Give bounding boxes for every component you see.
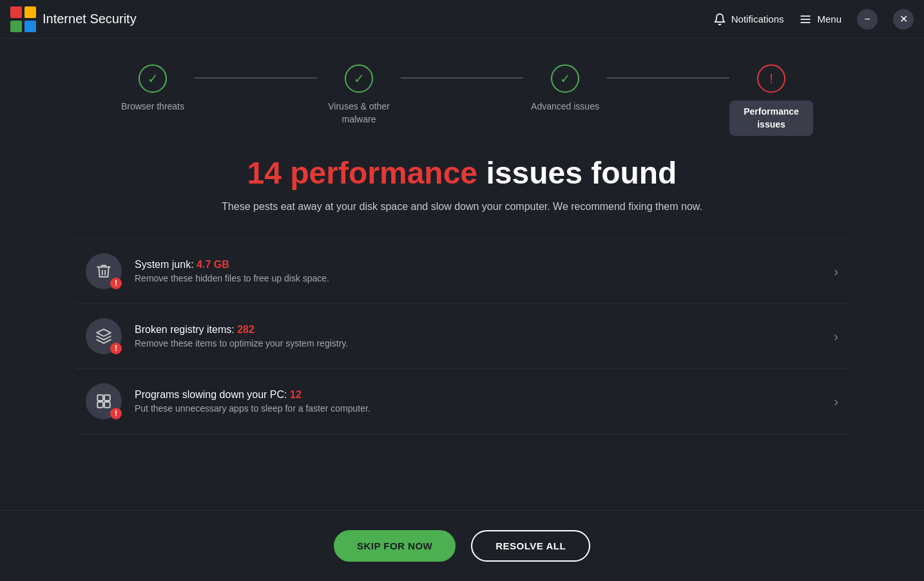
broken-registry-count: 282 <box>237 324 255 335</box>
skip-button[interactable]: SKIP FOR NOW <box>334 530 456 562</box>
issue-broken-registry[interactable]: ! Broken registry items: 282 Remove thes… <box>75 304 849 369</box>
notifications-label: Notifications <box>731 14 784 24</box>
step-1-label: Browser threats <box>111 100 195 113</box>
titlebar-controls: Notifications Menu − ✕ <box>713 9 914 30</box>
issues-list: ! System junk: 4.7 GB Remove these hidde… <box>75 238 849 434</box>
step-4-label: Performance issues <box>729 100 813 136</box>
menu-icon <box>799 13 812 26</box>
headline-red: 14 performance <box>247 156 478 190</box>
system-junk-prefix: System junk: <box>135 259 197 270</box>
titlebar: Internet Security Notifications Menu − ✕ <box>0 0 924 39</box>
svg-rect-0 <box>10 6 22 18</box>
step-connector-3 <box>607 77 729 79</box>
close-button[interactable]: ✕ <box>893 9 914 30</box>
slow-programs-prefix: Programs slowing down your PC: <box>135 389 290 400</box>
notifications-button[interactable]: Notifications <box>713 13 784 26</box>
step-2-label: Viruses & other malware <box>317 100 401 126</box>
slow-programs-text: Programs slowing down your PC: 12 Put th… <box>135 389 823 414</box>
slow-programs-desc: Put these unnecessary apps to sleep for … <box>135 403 823 414</box>
app-title: Internet Security <box>43 12 137 26</box>
step-viruses: ✓ Viruses & other malware <box>317 64 401 126</box>
headline-white: issues found <box>477 156 677 190</box>
step-performance-issues: ! Performance issues <box>729 64 813 136</box>
system-junk-chevron: › <box>834 264 838 279</box>
broken-registry-badge: ! <box>110 343 122 354</box>
headline: 14 performance issues found <box>247 155 677 191</box>
svg-rect-7 <box>97 395 103 401</box>
system-junk-title: System junk: 4.7 GB <box>135 259 823 271</box>
menu-button[interactable]: Menu <box>799 13 842 26</box>
slow-programs-title: Programs slowing down your PC: 12 <box>135 389 823 401</box>
step-3-label: Advanced issues <box>523 100 607 113</box>
slow-programs-chevron: › <box>834 394 838 409</box>
avg-logo-icon <box>10 6 36 32</box>
slow-programs-badge: ! <box>110 408 122 419</box>
menu-label: Menu <box>817 14 842 24</box>
step-3-circle: ✓ <box>551 64 579 93</box>
system-junk-icon-wrap: ! <box>86 253 122 289</box>
close-icon: ✕ <box>900 13 908 25</box>
slow-programs-count: 12 <box>290 389 302 400</box>
broken-registry-title: Broken registry items: 282 <box>135 324 823 336</box>
svg-rect-1 <box>24 6 36 18</box>
broken-registry-prefix: Broken registry items: <box>135 324 237 335</box>
step-advanced-issues: ✓ Advanced issues <box>523 64 607 113</box>
step-2-circle: ✓ <box>345 64 373 93</box>
main-content: ✓ Browser threats ✓ Viruses & other malw… <box>0 39 924 510</box>
system-junk-badge: ! <box>110 278 122 289</box>
svg-rect-9 <box>97 402 103 408</box>
bell-icon <box>713 13 726 26</box>
logo-area: Internet Security <box>10 6 713 32</box>
step-1-circle: ✓ <box>139 64 167 93</box>
broken-registry-icon-wrap: ! <box>86 318 122 354</box>
step-4-circle: ! <box>757 64 785 93</box>
svg-rect-2 <box>10 21 22 32</box>
trash-icon <box>95 263 112 280</box>
svg-rect-8 <box>104 395 110 401</box>
resolve-all-button[interactable]: RESOLVE ALL <box>471 530 590 562</box>
registry-icon <box>95 328 112 345</box>
slow-programs-icon-wrap: ! <box>86 383 122 419</box>
apps-icon <box>95 393 112 410</box>
issue-system-junk[interactable]: ! System junk: 4.7 GB Remove these hidde… <box>75 238 849 304</box>
broken-registry-chevron: › <box>834 329 838 344</box>
bottom-bar: SKIP FOR NOW RESOLVE ALL <box>0 510 924 581</box>
step-connector-1 <box>195 77 317 79</box>
svg-rect-3 <box>24 21 36 32</box>
progress-steps: ✓ Browser threats ✓ Viruses & other malw… <box>108 64 816 136</box>
subtitle: These pests eat away at your disk space … <box>222 201 702 213</box>
system-junk-desc: Remove these hidden files to free up dis… <box>135 273 823 283</box>
system-junk-text: System junk: 4.7 GB Remove these hidden … <box>135 259 823 283</box>
broken-registry-text: Broken registry items: 282 Remove these … <box>135 324 823 348</box>
step-connector-2 <box>401 77 523 79</box>
system-junk-count: 4.7 GB <box>197 259 229 270</box>
issue-slow-programs[interactable]: ! Programs slowing down your PC: 12 Put … <box>75 369 849 434</box>
svg-rect-10 <box>104 402 110 408</box>
broken-registry-desc: Remove these items to optimize your syst… <box>135 338 823 348</box>
minimize-button[interactable]: − <box>857 9 878 30</box>
minimize-icon: − <box>864 14 870 25</box>
step-browser-threats: ✓ Browser threats <box>111 64 195 113</box>
